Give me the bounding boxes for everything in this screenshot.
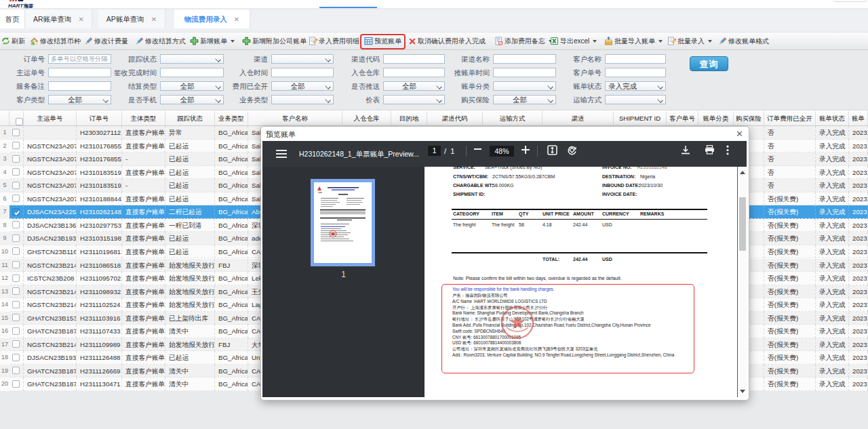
svg-text:HART: HART: [8, 3, 24, 9]
svg-text:瀚霖: 瀚霖: [23, 3, 34, 9]
svg-text:瀚霖: 瀚霖: [318, 191, 322, 194]
